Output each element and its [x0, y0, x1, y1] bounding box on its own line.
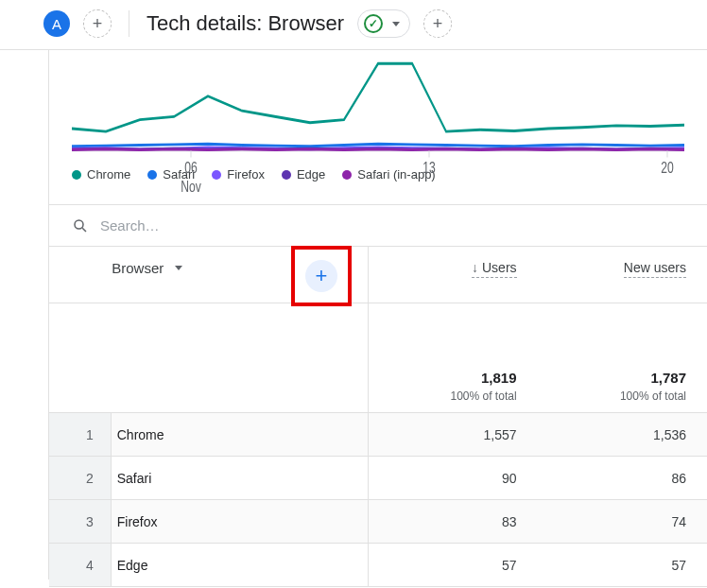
plus-icon: + [93, 14, 103, 34]
chevron-down-icon [175, 266, 182, 270]
dimension-picker[interactable]: Browser [112, 260, 186, 276]
dimension-value: Safari [117, 471, 152, 486]
metric-header-new-users[interactable]: New users [624, 260, 686, 278]
metric-value-new-users: 86 [538, 457, 707, 500]
legend-dot-icon [72, 170, 81, 180]
table-row[interactable]: 2Safari9086 [49, 457, 707, 500]
report-status-dropdown[interactable]: ✓ [357, 9, 410, 38]
metric-value-new-users: 57 [538, 544, 707, 587]
legend-dot-icon [282, 170, 291, 180]
table-totals-row: 1,819 100% of total 1,787 100% of total [49, 303, 707, 413]
metric-value-users: 90 [368, 457, 537, 500]
table-header-row: Browser + Users New users [49, 247, 707, 303]
search-input[interactable] [98, 216, 684, 234]
svg-text:13: 13 [422, 159, 436, 176]
dimension-value: Edge [117, 558, 148, 573]
check-icon: ✓ [364, 14, 383, 33]
chevron-down-icon [392, 22, 400, 26]
dimension-value: Chrome [117, 427, 164, 442]
add-dimension-button[interactable]: + [83, 9, 112, 38]
svg-text:Nov: Nov [181, 178, 201, 195]
svg-line-9 [82, 228, 86, 232]
dimension-label: Browser [112, 260, 164, 276]
page-title: Tech details: Browser [147, 11, 344, 36]
total-users-sub: 100% of total [370, 389, 517, 403]
add-report-button[interactable]: + [423, 9, 452, 38]
legend-item[interactable]: Edge [282, 167, 325, 182]
metric-value-new-users: 74 [538, 500, 707, 544]
svg-text:06: 06 [184, 159, 198, 176]
metric-value-users: 83 [368, 500, 537, 544]
svg-point-8 [75, 220, 83, 229]
metric-value-users: 1,557 [368, 413, 537, 457]
svg-text:20: 20 [661, 159, 674, 176]
add-dimension-column-button[interactable]: + [305, 260, 337, 292]
left-rail [0, 50, 49, 579]
row-index: 2 [49, 457, 111, 500]
chart-legend: ChromeSafariFirefoxEdgeSafari (in-app) [49, 162, 707, 195]
trend-chart: 06Nov1320 [49, 50, 707, 162]
search-icon [72, 217, 89, 234]
total-new-users-sub: 100% of total [539, 389, 686, 403]
total-users: 1,819 [370, 370, 517, 386]
row-index: 4 [49, 544, 111, 587]
legend-label: Chrome [87, 167, 130, 182]
dimension-value: Firefox [117, 514, 158, 529]
legend-label: Edge [297, 167, 325, 182]
row-index: 3 [49, 500, 111, 544]
legend-dot-icon [342, 170, 352, 180]
row-index: 1 [49, 413, 111, 457]
data-table: Browser + Users New users [49, 246, 707, 587]
legend-item[interactable]: Safari (in-app) [342, 167, 435, 182]
legend-dot-icon [212, 170, 221, 180]
table-row[interactable]: 1Chrome1,5571,536 [49, 413, 707, 457]
legend-item[interactable]: Firefox [212, 167, 265, 182]
plus-icon: + [316, 260, 328, 292]
table-search[interactable] [49, 205, 707, 246]
legend-dot-icon [147, 170, 157, 180]
legend-item[interactable]: Chrome [72, 167, 130, 182]
total-new-users: 1,787 [539, 370, 686, 386]
table-row[interactable]: 4Edge5757 [49, 544, 707, 587]
avatar[interactable]: A [43, 10, 70, 37]
legend-label: Firefox [227, 167, 265, 182]
page-header: A + Tech details: Browser ✓ + [0, 0, 707, 50]
metric-value-users: 57 [368, 544, 537, 587]
plus-icon: + [433, 14, 443, 34]
metric-value-new-users: 1,536 [538, 413, 707, 457]
metric-header-users[interactable]: Users [472, 260, 517, 278]
divider [129, 10, 129, 37]
table-row[interactable]: 3Firefox8374 [49, 500, 707, 544]
